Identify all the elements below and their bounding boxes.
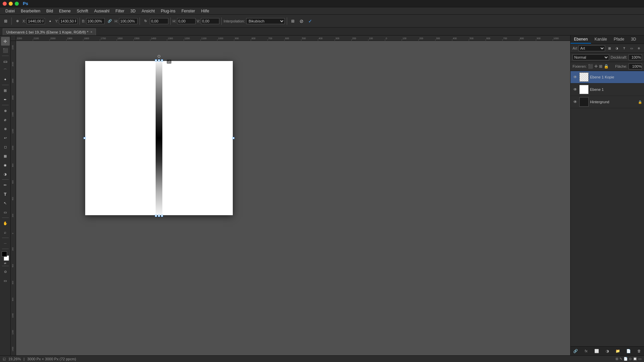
- shape-tool[interactable]: ▭: [1, 208, 10, 217]
- screen-mode-icon[interactable]: ▭: [1, 276, 10, 285]
- heal-tool[interactable]: ⊕: [1, 106, 10, 115]
- warp-icon[interactable]: ⊞: [289, 17, 297, 25]
- kind-pixel-icon[interactable]: ▦: [606, 45, 612, 51]
- history-brush-tool[interactable]: ↩: [1, 133, 10, 142]
- kind-smart-icon[interactable]: ⊕: [636, 45, 642, 51]
- kind-text-icon[interactable]: T: [621, 45, 627, 51]
- clone-tool[interactable]: ⊗: [1, 124, 10, 133]
- tab-pfade[interactable]: Pfade: [610, 36, 628, 44]
- status-right-icon5[interactable]: 🔲: [633, 357, 637, 361]
- minimize-button[interactable]: [9, 2, 13, 6]
- add-adjustment-btn[interactable]: ◑: [604, 348, 610, 354]
- handle-sq-br[interactable]: [161, 215, 163, 217]
- artboard-tool[interactable]: ⬛: [1, 46, 10, 55]
- menu-plugins[interactable]: Plug-ins: [158, 8, 178, 14]
- menu-hilfe[interactable]: Hilfe: [199, 8, 212, 14]
- menu-ansicht[interactable]: Ansicht: [139, 8, 157, 14]
- opacity-input[interactable]: [629, 54, 642, 60]
- zoom-tool[interactable]: ⌕: [1, 228, 10, 237]
- menu-fenster[interactable]: Fenster: [179, 8, 198, 14]
- menu-schrift[interactable]: Schrift: [74, 8, 91, 14]
- foreground-color-swatch[interactable]: [2, 251, 7, 257]
- tab-ebenen[interactable]: Ebenen: [571, 36, 591, 44]
- layer-visibility-ebene1kopie[interactable]: 👁: [573, 74, 578, 80]
- blend-mode-select[interactable]: Normal Multiplizieren Bildschirm: [573, 54, 609, 60]
- menu-3d[interactable]: 3D: [128, 8, 138, 14]
- dodge-tool[interactable]: ◑: [1, 170, 10, 178]
- handle-sq-tr[interactable]: [161, 59, 163, 61]
- add-style-btn[interactable]: fx: [583, 348, 589, 354]
- gradient-tool[interactable]: ▦: [1, 152, 10, 160]
- rotation-input[interactable]: [150, 18, 168, 24]
- text-tool[interactable]: T: [1, 190, 10, 198]
- menu-datei[interactable]: Datei: [3, 8, 17, 14]
- menu-bild[interactable]: Bild: [44, 8, 56, 14]
- layer-item-hintergrund[interactable]: 👁 Hintergrund 🔒: [571, 96, 644, 108]
- extra-tools[interactable]: ···: [1, 239, 10, 248]
- layer-visibility-ebene1[interactable]: 👁: [573, 87, 578, 92]
- cancel-transform-icon[interactable]: ⊘: [298, 17, 305, 25]
- transform-handle-bottom[interactable]: [155, 215, 163, 217]
- eraser-tool[interactable]: ◻: [1, 142, 10, 151]
- v-input[interactable]: [201, 18, 219, 24]
- lock-all-icon[interactable]: 🔒: [604, 64, 609, 69]
- crop-tool[interactable]: ⊞: [1, 86, 10, 95]
- status-right-icon4[interactable]: ⊙: [629, 357, 632, 361]
- h2-input[interactable]: [177, 18, 196, 24]
- switch-colors-icon[interactable]: ⇄: [4, 262, 6, 265]
- transform-handle-left[interactable]: [84, 137, 86, 139]
- path-selection-tool[interactable]: ↖: [1, 199, 10, 207]
- confirm-transform-icon[interactable]: ✓: [307, 17, 314, 25]
- eyedropper-tool[interactable]: ✒: [1, 95, 10, 104]
- layer-item-ebene1[interactable]: 👁 Ebene 1: [571, 83, 644, 96]
- close-button[interactable]: [3, 2, 7, 6]
- transform-handle-right[interactable]: [232, 137, 234, 139]
- flaeche-input[interactable]: [629, 63, 642, 69]
- tool-options-icon[interactable]: ⊞: [2, 17, 9, 25]
- interpolation-select[interactable]: Bikubisch Bilinear Nächster Nachbar: [246, 18, 285, 24]
- lock-position-icon[interactable]: ✛: [594, 64, 598, 69]
- move-tool[interactable]: ✛: [1, 37, 10, 46]
- quick-mask-icon[interactable]: ⊙: [1, 267, 10, 276]
- link-layers-btn[interactable]: 🔗: [573, 348, 579, 354]
- lasso-tool[interactable]: ⌒: [1, 66, 10, 75]
- status-right-icon6[interactable]: ▭: [638, 357, 641, 361]
- status-right-icon3[interactable]: 📄: [624, 357, 628, 361]
- layer-visibility-hintergrund[interactable]: 👁: [573, 99, 578, 105]
- x-input[interactable]: [26, 18, 45, 24]
- delete-layer-btn[interactable]: 🗑: [636, 348, 642, 354]
- pen-tool[interactable]: ✏: [1, 181, 10, 189]
- new-layer-btn[interactable]: 📄: [626, 348, 632, 354]
- link-icon[interactable]: 🔗: [106, 17, 113, 25]
- selection-tool[interactable]: ▭: [1, 57, 10, 66]
- status-right-icon2[interactable]: ✎: [620, 357, 622, 361]
- menu-ebene[interactable]: Ebene: [56, 8, 73, 14]
- rotate-handle[interactable]: [158, 55, 160, 58]
- new-group-btn[interactable]: 📁: [615, 348, 621, 354]
- handle-sq-tc[interactable]: [158, 59, 160, 61]
- brush-tool[interactable]: ⌀: [1, 115, 10, 124]
- maximize-button[interactable]: [15, 2, 19, 6]
- b-input[interactable]: [86, 18, 105, 24]
- tab-3d[interactable]: 3D: [628, 36, 639, 44]
- lock-artboards-icon[interactable]: ⊞: [599, 64, 602, 69]
- transform-handle-top[interactable]: [155, 59, 163, 61]
- y-input[interactable]: [59, 18, 77, 24]
- add-mask-btn[interactable]: ⬜: [594, 348, 600, 354]
- menu-bearbeiten[interactable]: Bearbeiten: [18, 8, 43, 14]
- tab-close-btn[interactable]: ×: [91, 30, 93, 34]
- tab-kanaele[interactable]: Kanäle: [591, 36, 610, 44]
- menu-filter[interactable]: Filter: [113, 8, 127, 14]
- handle-sq-tl[interactable]: [155, 59, 157, 61]
- magic-wand-tool[interactable]: ✦: [1, 75, 10, 84]
- h-input[interactable]: [119, 18, 138, 24]
- handle-sq-bl[interactable]: [155, 215, 157, 217]
- menu-auswahl[interactable]: Auswahl: [92, 8, 112, 14]
- handle-sq-bc[interactable]: [158, 215, 160, 217]
- blur-tool[interactable]: ◉: [1, 161, 10, 169]
- hand-tool[interactable]: ✋: [1, 219, 10, 228]
- lock-pixels-icon[interactable]: ⬛: [588, 64, 593, 69]
- kind-shape-icon[interactable]: ▭: [629, 45, 635, 51]
- kind-adjustment-icon[interactable]: ◑: [614, 45, 620, 51]
- document-tab[interactable]: Unbenannt-1 bei 19,3% (Ebene 1 Kopie, RG…: [3, 28, 96, 35]
